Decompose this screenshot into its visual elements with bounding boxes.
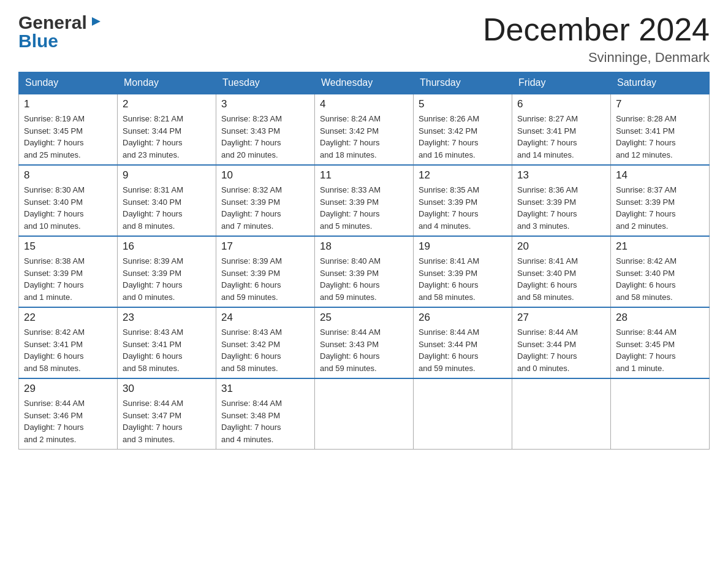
day-number: 7 — [616, 98, 704, 110]
day-number: 30 — [123, 383, 211, 395]
calendar-cell: 26 Sunrise: 8:44 AM Sunset: 3:44 PM Dayl… — [414, 307, 512, 378]
calendar-cell: 25 Sunrise: 8:44 AM Sunset: 3:43 PM Dayl… — [315, 307, 414, 378]
week-row-2: 8 Sunrise: 8:30 AM Sunset: 3:40 PM Dayli… — [19, 165, 710, 236]
day-info: Sunrise: 8:33 AM Sunset: 3:39 PM Dayligh… — [320, 184, 408, 232]
day-number: 29 — [24, 383, 112, 395]
calendar-cell: 20 Sunrise: 8:41 AM Sunset: 3:40 PM Dayl… — [512, 236, 611, 307]
calendar-cell: 14 Sunrise: 8:37 AM Sunset: 3:39 PM Dayl… — [611, 165, 710, 236]
day-number: 2 — [123, 98, 211, 110]
day-info: Sunrise: 8:21 AM Sunset: 3:44 PM Dayligh… — [123, 113, 211, 161]
calendar-cell: 11 Sunrise: 8:33 AM Sunset: 3:39 PM Dayl… — [315, 165, 414, 236]
day-info: Sunrise: 8:19 AM Sunset: 3:45 PM Dayligh… — [24, 113, 112, 161]
calendar-subtitle: Svinninge, Denmark — [483, 50, 710, 66]
calendar-cell: 15 Sunrise: 8:38 AM Sunset: 3:39 PM Dayl… — [19, 236, 118, 307]
day-number: 20 — [517, 240, 605, 253]
calendar-cell: 28 Sunrise: 8:44 AM Sunset: 3:45 PM Dayl… — [611, 307, 710, 378]
header-friday: Friday — [512, 72, 611, 94]
calendar-cell: 24 Sunrise: 8:43 AM Sunset: 3:42 PM Dayl… — [216, 307, 315, 378]
header-tuesday: Tuesday — [216, 72, 315, 94]
calendar-cell: 16 Sunrise: 8:39 AM Sunset: 3:39 PM Dayl… — [118, 236, 216, 307]
day-info: Sunrise: 8:23 AM Sunset: 3:43 PM Dayligh… — [221, 113, 309, 161]
day-number: 31 — [221, 383, 309, 395]
day-number: 3 — [221, 98, 309, 110]
day-info: Sunrise: 8:44 AM Sunset: 3:44 PM Dayligh… — [517, 326, 605, 374]
day-number: 13 — [517, 169, 605, 182]
svg-marker-0 — [92, 17, 100, 26]
calendar-cell: 1 Sunrise: 8:19 AM Sunset: 3:45 PM Dayli… — [19, 94, 118, 165]
day-number: 4 — [320, 98, 408, 110]
calendar-cell: 31 Sunrise: 8:44 AM Sunset: 3:48 PM Dayl… — [216, 378, 315, 450]
header-sunday: Sunday — [19, 72, 118, 94]
day-number: 9 — [123, 169, 211, 182]
calendar-cell: 13 Sunrise: 8:36 AM Sunset: 3:39 PM Dayl… — [512, 165, 611, 236]
day-info: Sunrise: 8:44 AM Sunset: 3:48 PM Dayligh… — [221, 397, 309, 445]
header-thursday: Thursday — [414, 72, 512, 94]
day-number: 24 — [221, 312, 309, 324]
day-number: 10 — [221, 169, 309, 182]
day-number: 17 — [221, 240, 309, 253]
calendar-cell: 12 Sunrise: 8:35 AM Sunset: 3:39 PM Dayl… — [414, 165, 512, 236]
day-number: 19 — [419, 240, 507, 253]
day-number: 21 — [616, 240, 704, 253]
day-info: Sunrise: 8:43 AM Sunset: 3:42 PM Dayligh… — [221, 326, 309, 374]
calendar-cell: 21 Sunrise: 8:42 AM Sunset: 3:40 PM Dayl… — [611, 236, 710, 307]
day-number: 15 — [24, 240, 112, 253]
day-info: Sunrise: 8:38 AM Sunset: 3:39 PM Dayligh… — [24, 255, 112, 303]
calendar-cell: 27 Sunrise: 8:44 AM Sunset: 3:44 PM Dayl… — [512, 307, 611, 378]
calendar-cell — [512, 378, 611, 450]
day-number: 8 — [24, 169, 112, 182]
weekday-header-row: Sunday Monday Tuesday Wednesday Thursday… — [19, 72, 710, 94]
day-number: 16 — [123, 240, 211, 253]
day-info: Sunrise: 8:26 AM Sunset: 3:42 PM Dayligh… — [419, 113, 507, 161]
calendar-cell: 18 Sunrise: 8:40 AM Sunset: 3:39 PM Dayl… — [315, 236, 414, 307]
calendar-cell: 22 Sunrise: 8:42 AM Sunset: 3:41 PM Dayl… — [19, 307, 118, 378]
day-info: Sunrise: 8:24 AM Sunset: 3:42 PM Dayligh… — [320, 113, 408, 161]
day-info: Sunrise: 8:44 AM Sunset: 3:46 PM Dayligh… — [24, 397, 112, 445]
day-info: Sunrise: 8:43 AM Sunset: 3:41 PM Dayligh… — [123, 326, 211, 374]
calendar-cell: 5 Sunrise: 8:26 AM Sunset: 3:42 PM Dayli… — [414, 94, 512, 165]
header-monday: Monday — [118, 72, 216, 94]
calendar-cell — [611, 378, 710, 450]
day-info: Sunrise: 8:44 AM Sunset: 3:45 PM Dayligh… — [616, 326, 704, 374]
page-header: General Blue December 2024 Svinninge, De… — [18, 12, 710, 66]
day-info: Sunrise: 8:35 AM Sunset: 3:39 PM Dayligh… — [419, 184, 507, 232]
day-info: Sunrise: 8:44 AM Sunset: 3:43 PM Dayligh… — [320, 326, 408, 374]
calendar-cell: 4 Sunrise: 8:24 AM Sunset: 3:42 PM Dayli… — [315, 94, 414, 165]
logo: General Blue — [18, 12, 102, 52]
calendar-cell: 6 Sunrise: 8:27 AM Sunset: 3:41 PM Dayli… — [512, 94, 611, 165]
calendar-cell: 8 Sunrise: 8:30 AM Sunset: 3:40 PM Dayli… — [19, 165, 118, 236]
day-number: 1 — [24, 98, 112, 110]
calendar-cell: 10 Sunrise: 8:32 AM Sunset: 3:39 PM Dayl… — [216, 165, 315, 236]
day-info: Sunrise: 8:42 AM Sunset: 3:41 PM Dayligh… — [24, 326, 112, 374]
day-info: Sunrise: 8:27 AM Sunset: 3:41 PM Dayligh… — [517, 113, 605, 161]
day-info: Sunrise: 8:36 AM Sunset: 3:39 PM Dayligh… — [517, 184, 605, 232]
logo-blue-text: Blue — [18, 31, 58, 52]
calendar-cell: 3 Sunrise: 8:23 AM Sunset: 3:43 PM Dayli… — [216, 94, 315, 165]
day-info: Sunrise: 8:40 AM Sunset: 3:39 PM Dayligh… — [320, 255, 408, 303]
day-number: 5 — [419, 98, 507, 110]
week-row-1: 1 Sunrise: 8:19 AM Sunset: 3:45 PM Dayli… — [19, 94, 710, 165]
day-info: Sunrise: 8:44 AM Sunset: 3:44 PM Dayligh… — [419, 326, 507, 374]
day-number: 22 — [24, 312, 112, 324]
day-number: 23 — [123, 312, 211, 324]
day-info: Sunrise: 8:32 AM Sunset: 3:39 PM Dayligh… — [221, 184, 309, 232]
calendar-table: Sunday Monday Tuesday Wednesday Thursday… — [18, 72, 710, 450]
calendar-cell: 30 Sunrise: 8:44 AM Sunset: 3:47 PM Dayl… — [118, 378, 216, 450]
day-number: 6 — [517, 98, 605, 110]
day-number: 25 — [320, 312, 408, 324]
calendar-cell: 19 Sunrise: 8:41 AM Sunset: 3:39 PM Dayl… — [414, 236, 512, 307]
day-number: 28 — [616, 312, 704, 324]
day-number: 18 — [320, 240, 408, 253]
logo-general-text: General — [18, 12, 87, 33]
day-info: Sunrise: 8:41 AM Sunset: 3:39 PM Dayligh… — [419, 255, 507, 303]
day-info: Sunrise: 8:41 AM Sunset: 3:40 PM Dayligh… — [517, 255, 605, 303]
day-info: Sunrise: 8:28 AM Sunset: 3:41 PM Dayligh… — [616, 113, 704, 161]
week-row-5: 29 Sunrise: 8:44 AM Sunset: 3:46 PM Dayl… — [19, 378, 710, 450]
logo-arrow-icon — [88, 15, 102, 28]
day-info: Sunrise: 8:42 AM Sunset: 3:40 PM Dayligh… — [616, 255, 704, 303]
day-info: Sunrise: 8:39 AM Sunset: 3:39 PM Dayligh… — [221, 255, 309, 303]
header-saturday: Saturday — [611, 72, 710, 94]
calendar-cell: 17 Sunrise: 8:39 AM Sunset: 3:39 PM Dayl… — [216, 236, 315, 307]
header-wednesday: Wednesday — [315, 72, 414, 94]
calendar-cell: 23 Sunrise: 8:43 AM Sunset: 3:41 PM Dayl… — [118, 307, 216, 378]
